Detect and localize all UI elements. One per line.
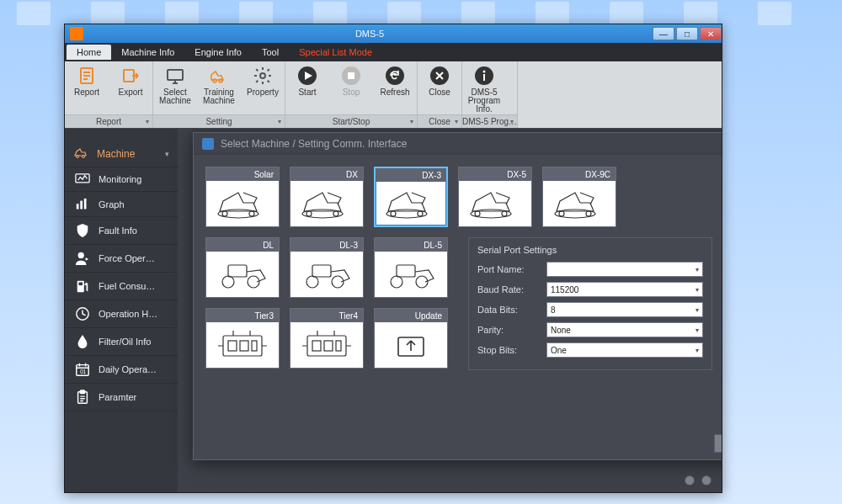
sidebar-item-force-oper[interactable]: Force Oper… (65, 245, 178, 273)
sidebar-item-fuel-consu[interactable]: Fuel Consu… (65, 273, 178, 300)
svg-point-42 (586, 211, 591, 216)
machine-tile-dx-5[interactable]: DX-5 (458, 167, 532, 227)
sidebar-item-label: Filter/Oil Info (99, 337, 169, 347)
sidebar-item-label: Force Oper… (99, 253, 169, 263)
serial-field-select[interactable]: 8 (546, 302, 703, 317)
tile-label: Tier4 (290, 309, 363, 322)
serial-field-select[interactable] (546, 262, 703, 277)
sidebar-item-graph[interactable]: Graph (65, 192, 178, 216)
serial-field-label: Data Bits: (477, 305, 546, 315)
svg-point-30 (249, 211, 254, 216)
svg-rect-13 (483, 74, 485, 81)
excavator-icon (376, 182, 446, 225)
serial-field-row: Stop Bits:One (477, 342, 703, 358)
menu-tab-special-list-mode[interactable]: Special List Mode (289, 45, 382, 60)
sidebar-item-label: Daily Opera… (99, 364, 169, 374)
excavator-icon (459, 181, 531, 226)
sidebar-item-monitoring[interactable]: Monitoring (65, 167, 178, 192)
loader-icon (206, 252, 279, 297)
svg-rect-18 (80, 201, 83, 210)
calendar-icon: 01 (75, 362, 90, 377)
body-area: Machine ▾ MonitoringGraphFault InfoForce… (65, 129, 722, 492)
sidebar-item-paramter[interactable]: Paramter (65, 384, 178, 411)
sidebar: Machine ▾ MonitoringGraphFault InfoForce… (65, 129, 178, 492)
clock-icon (75, 306, 90, 321)
svg-rect-43 (228, 265, 247, 277)
clipboard-icon (75, 390, 90, 405)
machine-tile-dl-3[interactable]: DL-3 (290, 237, 364, 298)
svg-rect-58 (324, 341, 333, 351)
svg-rect-53 (228, 341, 237, 351)
training-machine-button[interactable]: Training Machine (197, 61, 241, 114)
menu-tab-machine-info[interactable]: Machine Info (111, 45, 184, 60)
sidebar-item-operation-h[interactable]: Operation H… (65, 300, 178, 328)
sidebar-header[interactable]: Machine ▾ (65, 141, 178, 167)
ribbon-group-label: DMS-5 Prog… (462, 114, 517, 128)
machine-tile-dl-5[interactable]: DL-5 (374, 237, 448, 298)
drop-icon (75, 334, 90, 349)
machine-tile-dl[interactable]: DL (205, 237, 280, 298)
menu-tab-home[interactable]: Home (67, 45, 111, 60)
machine-tile-dx[interactable]: DX (290, 167, 364, 227)
engine-icon (206, 322, 279, 368)
ribbon-button-label: Stop (343, 88, 360, 97)
serial-panel-title: Serial Port Settings (477, 245, 703, 255)
dialog-titlebar: Select Machine / Setting Comm. Interface… (194, 133, 722, 155)
loader-icon (375, 252, 447, 297)
serial-field-select[interactable]: 115200 (546, 282, 703, 297)
svg-point-36 (418, 211, 423, 216)
close-button[interactable]: Close (418, 61, 461, 114)
report-button[interactable]: Report (65, 61, 109, 114)
svg-rect-54 (240, 341, 248, 351)
excavator-icon (543, 181, 616, 226)
sidebar-item-label: Graph (99, 199, 169, 210)
status-indicators (685, 475, 711, 485)
tile-label: DX (290, 167, 363, 181)
sidebar-item-label: Monitoring (99, 174, 169, 184)
svg-point-29 (222, 211, 227, 216)
machine-tile-dx-3[interactable]: DX-3 (374, 167, 448, 227)
window-minimize-button[interactable]: — (653, 27, 674, 40)
menu-tab-tool[interactable]: Tool (252, 45, 289, 60)
svg-point-35 (391, 211, 396, 216)
refresh-button[interactable]: Refresh (373, 61, 417, 114)
prog-info-button[interactable]: DMS-5 Program Info. (462, 61, 506, 114)
ribbon-group-label: Close (418, 114, 461, 128)
engine-icon (290, 322, 363, 368)
ribbon-group-label: Report (65, 114, 152, 128)
refresh-icon (384, 65, 406, 87)
export-button[interactable]: Export (109, 61, 152, 114)
export-icon (120, 65, 141, 87)
app-icon (70, 27, 83, 40)
doc-icon (76, 65, 98, 87)
sidebar-item-filter-oil[interactable]: Filter/Oil Info (65, 328, 178, 356)
svg-rect-27 (80, 390, 84, 394)
sidebar-item-fault-info[interactable]: Fault Info (65, 217, 178, 245)
machine-tile-tier4[interactable]: Tier4 (290, 308, 364, 369)
machine-tile-solar[interactable]: Solar (205, 167, 280, 227)
ribbon: ReportExportReportSelect MachineTraining… (65, 61, 722, 129)
svg-rect-57 (312, 341, 321, 351)
menu-tab-engine-info[interactable]: Engine Info (184, 45, 252, 60)
ribbon-button-label: Export (119, 88, 143, 97)
ribbon-button-label: Training Machine (197, 88, 241, 105)
sidebar-item-daily-opera[interactable]: 01Daily Opera… (65, 356, 178, 384)
select-machine-button[interactable]: Select Machine (153, 61, 197, 114)
serial-field-label: Parity: (477, 325, 546, 335)
sidebar-item-label: Fuel Consu… (99, 281, 169, 291)
svg-rect-17 (77, 204, 79, 210)
serial-field-select[interactable]: One (546, 342, 703, 358)
machine-tile-dx-9c[interactable]: DX-9C (542, 167, 616, 227)
start-button[interactable]: Start (285, 61, 329, 114)
window-maximize-button[interactable]: □ (676, 27, 698, 40)
play-icon (296, 65, 318, 87)
ok-button[interactable]: OK (714, 434, 722, 453)
machine-tile-update[interactable]: Update (374, 308, 448, 369)
serial-field-select[interactable]: None (546, 322, 703, 337)
window-close-button[interactable]: ✕ (700, 27, 722, 40)
ribbon-button-label: Refresh (380, 88, 409, 97)
machine-tile-tier3[interactable]: Tier3 (205, 308, 280, 369)
svg-rect-56 (307, 336, 346, 356)
ribbon-group-label: Start/Stop (285, 114, 417, 128)
property-button[interactable]: Property (241, 61, 285, 114)
